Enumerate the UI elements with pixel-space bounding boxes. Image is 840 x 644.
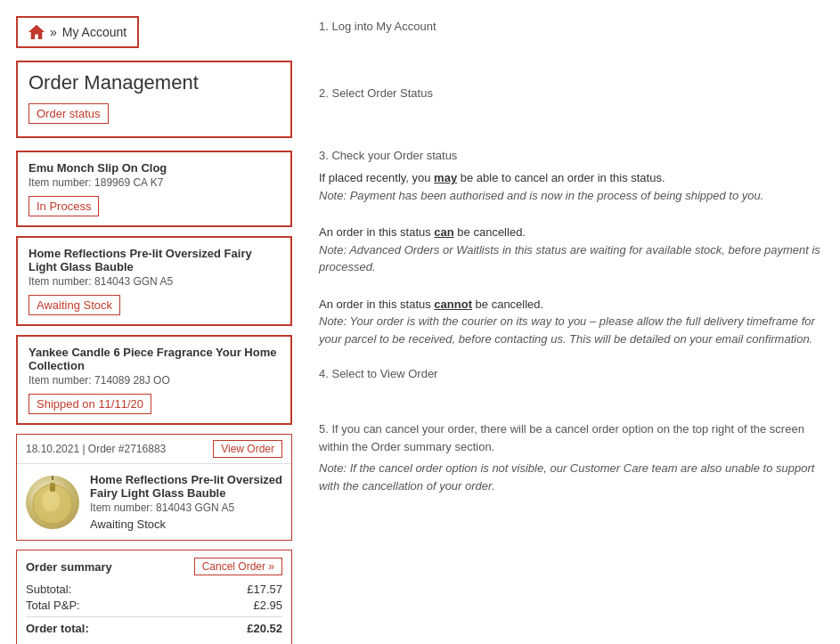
order-summary-header: Order summary Cancel Order »: [26, 558, 282, 575]
product-thumbnail: [26, 476, 79, 529]
order-status-badge[interactable]: Order status: [29, 103, 109, 124]
order-detail-content: Home Reflections Pre-lit Oversized Fairy…: [17, 464, 291, 540]
annotation-step4: 4. Select to View Order: [319, 367, 824, 380]
pp-label: Total P&P:: [26, 599, 80, 612]
subtotal-value: £17.57: [247, 583, 282, 596]
order-item-2-number: Item number: 814043 GGN A5: [29, 275, 280, 288]
view-order-button[interactable]: View Order: [213, 440, 282, 458]
annotation-step5: 5. If you can cancel your order, there w…: [319, 420, 824, 494]
order-detail-header: 18.10.2021 | Order #2716883 View Order: [17, 435, 291, 464]
step5-text: 5. If you can cancel your order, there w…: [319, 420, 824, 455]
order-management-box: Order Management Order status: [16, 61, 292, 138]
step5-note: Note: If the cancel order option is not …: [319, 461, 814, 493]
step1-text: 1. Log into My Account: [319, 20, 436, 33]
total-value: £20.52: [247, 622, 282, 635]
annotation-step2: 2. Select Order Status: [319, 86, 824, 100]
subtotal-label: Subtotal:: [26, 583, 71, 596]
total-row: Order total: £20.52: [26, 622, 282, 635]
order-item-1: Emu Monch Slip On Clog Item number: 1899…: [16, 151, 292, 227]
breadcrumb-label: My Account: [62, 25, 126, 39]
product-item-number: Item number: 814043 GGN A5: [90, 501, 282, 514]
step3-header: 3. Check your Order status: [319, 149, 824, 162]
right-annotations-panel: 1. Log into My Account 2. Select Order S…: [301, 16, 824, 644]
product-info: Home Reflections Pre-lit Oversized Fairy…: [90, 473, 282, 531]
order-item-1-number: Item number: 189969 CA K7: [29, 176, 280, 189]
product-status: Awaiting Stock: [90, 518, 282, 531]
order-item-3-name: Yankee Candle 6 Piece Fragrance Your Hom…: [29, 346, 280, 372]
step2-text: 2. Select Order Status: [319, 86, 433, 100]
order-item-3: Yankee Candle 6 Piece Fragrance Your Hom…: [16, 335, 292, 425]
order-management-title: Order Management: [29, 71, 280, 94]
svg-marker-0: [29, 25, 45, 39]
order-item-1-status: In Process: [29, 196, 99, 216]
step3-shipped: An order in this status cannot be cancel…: [319, 296, 824, 348]
product-name: Home Reflections Pre-lit Oversized Fairy…: [90, 473, 282, 500]
step4-text: 4. Select to View Order: [319, 367, 437, 380]
breadcrumb-box: » My Account: [16, 16, 139, 48]
subtotal-row: Subtotal: £17.57: [26, 583, 282, 596]
order-item-2-name: Home Reflections Pre-lit Oversized Fairy…: [29, 247, 280, 273]
order-summary-title: Order summary: [26, 560, 112, 574]
order-item-1-name: Emu Monch Slip On Clog: [29, 161, 280, 175]
order-item-2: Home Reflections Pre-lit Oversized Fairy…: [16, 236, 292, 326]
home-icon[interactable]: [29, 25, 45, 39]
step3-awaiting-stock: An order in this status can be cancelled…: [319, 224, 824, 276]
order-detail-box: 18.10.2021 | Order #2716883 View Order H…: [16, 434, 292, 541]
order-item-2-status: Awaiting Stock: [29, 295, 120, 315]
annotation-step1: 1. Log into My Account: [319, 20, 824, 33]
shipped-note: Note: Your order is with the courier on …: [319, 314, 815, 346]
step3-in-process: If placed recently, you may be able to c…: [319, 169, 824, 204]
pp-row: Total P&P: £2.95: [26, 599, 282, 612]
cancel-order-button[interactable]: Cancel Order »: [194, 558, 282, 575]
order-summary-box: Order summary Cancel Order » Subtotal: £…: [16, 550, 292, 644]
svg-point-2: [42, 490, 60, 511]
total-label: Order total:: [26, 622, 89, 635]
awaiting-stock-note: Note: Advanced Orders or Waitlists in th…: [319, 243, 820, 274]
order-date-number: 18.10.2021 | Order #2716883: [26, 443, 166, 455]
annotation-step3: 3. Check your Order status If placed rec…: [319, 149, 824, 347]
breadcrumb-separator: »: [50, 25, 57, 39]
in-process-note: Note: Payment has been authorised and is…: [319, 189, 763, 202]
order-item-3-status: Shipped on 11/11/20: [29, 394, 151, 414]
order-item-3-number: Item number: 714089 28J OO: [29, 374, 280, 387]
pp-value: £2.95: [253, 599, 282, 612]
